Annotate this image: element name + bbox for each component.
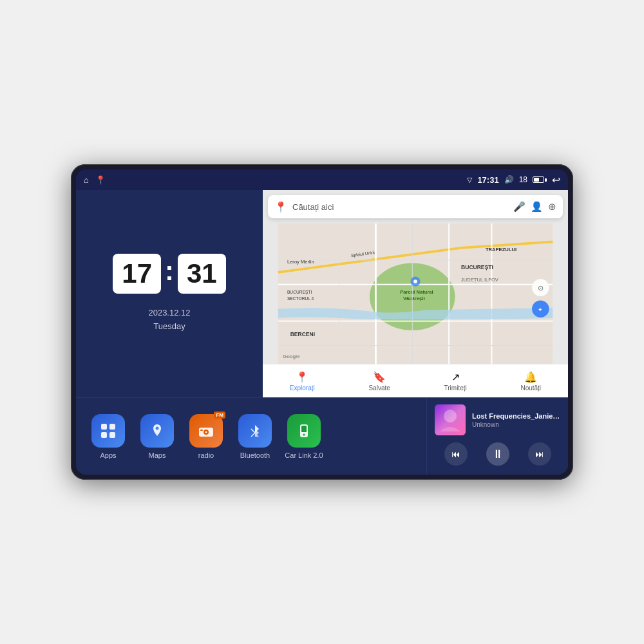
svg-text:Parcul Natural: Parcul Natural [400, 289, 433, 295]
map-voice-icon[interactable]: 🎤 [513, 201, 526, 213]
app-icon-apps[interactable]: Apps [89, 414, 128, 459]
maps-icon-img [140, 414, 174, 448]
svg-text:BUCUREȘTI: BUCUREȘTI [461, 264, 493, 270]
svg-text:✦: ✦ [538, 306, 543, 313]
music-info: Lost Frequencies_Janieck Devy-... Unknow… [472, 412, 560, 428]
status-left: ⌂ 📍 [84, 175, 106, 185]
svg-text:⊙: ⊙ [538, 284, 544, 292]
app-icon-radio[interactable]: FM radio [187, 414, 225, 459]
device: ⌂ 📍 ▽ 17:31 🔊 18 ↩ [71, 164, 573, 480]
radio-label: radio [198, 451, 214, 459]
clock-display: 17 : 31 [113, 254, 225, 294]
saved-icon: 🔖 [373, 371, 386, 383]
apps-icon-img [91, 414, 125, 448]
music-player: Lost Frequencies_Janieck Devy-... Unknow… [426, 398, 568, 475]
radio-icon-img: FM [189, 414, 223, 448]
volume-level: 18 [519, 175, 527, 184]
svg-text:Leroy Merlin: Leroy Merlin [287, 259, 314, 265]
clock-separator: : [165, 256, 174, 287]
music-title: Lost Frequencies_Janieck Devy-... [472, 412, 560, 420]
map-svg: Parcul Natural Văcărești Splaiul Unirii [263, 223, 568, 364]
device-screen: ⌂ 📍 ▽ 17:31 🔊 18 ↩ [76, 169, 568, 475]
svg-point-39 [303, 433, 305, 435]
svg-text:TRAPEZULUI: TRAPEZULUI [486, 247, 516, 252]
svg-text:SECTORUL 4: SECTORUL 4 [287, 296, 314, 301]
status-right: ▽ 17:31 🔊 18 ↩ [467, 174, 560, 186]
map-layers-icon[interactable]: ⊕ [548, 201, 556, 213]
map-nav-news[interactable]: 🔔 Noutăți [520, 371, 541, 392]
bluetooth-label: Bluetooth [240, 451, 270, 459]
app-icon-bluetooth[interactable]: Bluetooth [236, 414, 274, 459]
music-artist: Unknown [472, 421, 560, 428]
svg-rect-38 [301, 426, 307, 432]
album-art [435, 404, 466, 435]
svg-rect-36 [200, 430, 203, 431]
maps-label: Maps [149, 451, 166, 459]
apps-area: Apps Maps [76, 398, 426, 475]
carlink-icon-img [287, 414, 321, 448]
send-label: Trimiteți [444, 384, 467, 392]
clock-hours: 17 [113, 254, 161, 294]
saved-label: Salvate [368, 384, 390, 392]
svg-rect-30 [101, 432, 107, 438]
volume-icon: 🔊 [504, 175, 514, 184]
map-search-pin-icon: 📍 [274, 201, 287, 213]
app-icon-carlink[interactable]: Car Link 2.0 [285, 414, 323, 459]
carlink-label: Car Link 2.0 [285, 451, 323, 459]
maps-icon[interactable]: 📍 [95, 175, 106, 185]
bluetooth-icon-img [238, 414, 272, 448]
send-icon: ↗ [451, 371, 460, 383]
fm-badge: FM [214, 412, 225, 419]
map-nav-explore[interactable]: 📍 Explorați [290, 371, 315, 392]
svg-text:BUCUREȘTI: BUCUREȘTI [287, 290, 312, 295]
svg-text:Google: Google [283, 354, 299, 359]
top-section: 17 : 31 2023.12.12 Tuesday 📍 Căutați aic… [76, 190, 568, 397]
back-icon[interactable]: ↩ [552, 174, 560, 186]
map-nav-send[interactable]: ↗ Trimiteți [444, 371, 467, 392]
apps-label: Apps [100, 451, 116, 459]
svg-text:BERCENI: BERCENI [290, 331, 315, 337]
music-controls: ⏮ ⏸ ⏭ [435, 440, 560, 468]
explore-label: Explorați [290, 384, 315, 392]
explore-icon: 📍 [296, 371, 308, 383]
svg-rect-31 [109, 432, 115, 438]
map-visual: Parcul Natural Văcărești Splaiul Unirii [263, 223, 568, 364]
map-search-input[interactable]: Căutați aici [292, 202, 508, 212]
map-search-actions: 🎤 👤 ⊕ [513, 201, 556, 213]
bottom-section: Apps Maps [76, 397, 568, 475]
home-icon[interactable]: ⌂ [84, 175, 89, 185]
signal-icon: ▽ [467, 176, 472, 184]
clock-date-value: 2023.12.12 [148, 307, 190, 320]
svg-text:Văcărești: Văcărești [403, 296, 425, 301]
next-button[interactable]: ⏭ [528, 442, 551, 466]
svg-point-35 [205, 431, 207, 433]
news-label: Noutăți [520, 384, 541, 392]
prev-button[interactable]: ⏮ [444, 442, 468, 466]
svg-text:JUDEȚUL ILFOV: JUDEȚUL ILFOV [461, 277, 499, 283]
svg-point-41 [444, 410, 457, 422]
time-display: 17:31 [477, 175, 498, 185]
clock-day-value: Tuesday [148, 320, 190, 334]
main-content: 17 : 31 2023.12.12 Tuesday 📍 Căutați aic… [76, 190, 568, 475]
clock-minutes: 31 [178, 254, 226, 294]
map-search-bar[interactable]: 📍 Căutați aici 🎤 👤 ⊕ [268, 195, 563, 218]
clock-date: 2023.12.12 Tuesday [148, 307, 190, 334]
svg-point-32 [156, 426, 159, 430]
map-account-icon[interactable]: 👤 [531, 201, 543, 213]
svg-rect-29 [109, 424, 115, 430]
map-nav-saved[interactable]: 🔖 Salvate [368, 371, 390, 392]
app-icon-maps[interactable]: Maps [138, 414, 176, 459]
svg-point-22 [413, 279, 417, 283]
battery-icon [533, 176, 547, 183]
map-bottom-nav: 📍 Explorați 🔖 Salvate ↗ Trimiteți 🔔 [263, 364, 568, 397]
status-bar: ⌂ 📍 ▽ 17:31 🔊 18 ↩ [76, 169, 568, 190]
svg-rect-28 [101, 424, 107, 430]
play-pause-button[interactable]: ⏸ [486, 442, 509, 466]
clock-panel: 17 : 31 2023.12.12 Tuesday [76, 190, 263, 397]
news-icon: 🔔 [524, 371, 537, 383]
music-top: Lost Frequencies_Janieck Devy-... Unknow… [435, 404, 560, 435]
map-panel[interactable]: 📍 Căutați aici 🎤 👤 ⊕ [263, 190, 568, 397]
